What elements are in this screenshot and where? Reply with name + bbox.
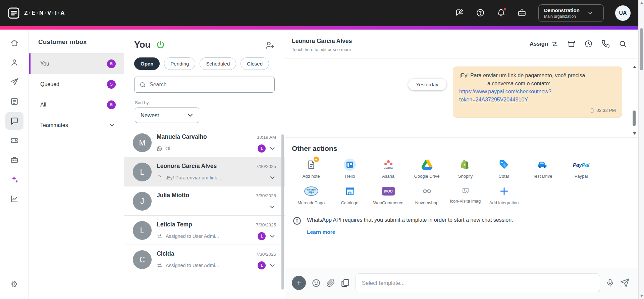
contact-avatar: M: [133, 133, 152, 152]
chevron-down-icon[interactable]: [269, 203, 276, 211]
sidebar-item-toolbox[interactable]: [5, 151, 23, 169]
microphone-icon[interactable]: [606, 279, 614, 287]
sidebar-item-home[interactable]: [5, 34, 23, 52]
filter-open[interactable]: Open: [134, 57, 160, 70]
sidebar-item-tickets[interactable]: [5, 132, 23, 149]
chat-header[interactable]: Leonora Garcia Alves Touch here to edit …: [285, 30, 638, 58]
action-paypal[interactable]: PayPal Paypal: [562, 158, 600, 179]
transfer-icon: [157, 262, 163, 268]
inbox-item-label: All: [40, 102, 46, 108]
action-asana[interactable]: asana Asana: [369, 158, 408, 179]
action-trello[interactable]: Trello: [330, 158, 369, 179]
filter-closed[interactable]: Closed: [240, 57, 269, 70]
sidebar-item-reports[interactable]: [5, 93, 23, 110]
phone-icon[interactable]: [601, 40, 610, 48]
chevron-down-icon[interactable]: [269, 262, 276, 269]
action-mercadopago[interactable]: mercado pago MercadoPago: [292, 184, 330, 206]
send-icon[interactable]: [620, 278, 630, 288]
trello-icon: [344, 158, 356, 171]
chat-scrollbar-thumb[interactable]: [633, 111, 636, 126]
chevron-down-icon[interactable]: [269, 174, 276, 181]
day-divider: Yesterday: [408, 79, 446, 90]
list-scrollbar-thumb[interactable]: [281, 134, 284, 290]
conversation-row[interactable]: J Julia Miotto 7/30/2025: [124, 186, 285, 215]
attachment-paperclip-icon[interactable]: [326, 279, 335, 287]
sidebar-item-analytics[interactable]: [5, 190, 23, 208]
scroll-up-arrow[interactable]: [640, 2, 643, 4]
workspace-briefcase-icon[interactable]: [518, 8, 527, 18]
conversation-row[interactable]: M Manuela Carvalho 10:19 AM Oi 1: [124, 128, 285, 157]
filter-pending[interactable]: Pending: [164, 57, 195, 70]
online-status-power-icon[interactable]: [156, 40, 165, 49]
search-icon[interactable]: [619, 40, 627, 48]
emoji-icon[interactable]: [312, 279, 321, 288]
search-input[interactable]: [150, 82, 270, 88]
help-icon[interactable]: [476, 8, 485, 18]
add-teammate-icon[interactable]: [265, 40, 275, 50]
action-test-drive[interactable]: Test Drive: [523, 158, 562, 179]
composer-add-button[interactable]: +: [292, 276, 306, 290]
action-add-integration[interactable]: Add integration: [485, 184, 523, 206]
action-woocommerce[interactable]: WOO WooCommerce: [369, 184, 408, 206]
inbox-item-you[interactable]: You 5: [29, 53, 124, 74]
filter-scheduled[interactable]: Scheduled: [200, 57, 236, 70]
conversation-time: 7/30/2025: [256, 193, 276, 198]
page-scrollbar[interactable]: [638, 0, 644, 299]
sidebar-item-campaigns[interactable]: [5, 73, 23, 91]
message-text-line2: a conversa com o contato:: [459, 80, 616, 88]
archive-icon[interactable]: [567, 40, 576, 48]
scroll-up-arrow[interactable]: [633, 66, 636, 68]
assign-button[interactable]: Assign: [530, 40, 558, 48]
learn-more-link[interactable]: Learn more: [307, 228, 335, 236]
sidebar-item-contacts[interactable]: [5, 54, 23, 71]
action-nuvemshop[interactable]: Nuvemshop: [408, 184, 446, 206]
action-shopify[interactable]: S Shopify: [446, 158, 485, 179]
conversation-list-panel: You Open Pending Scheduled Closed Sort b…: [124, 30, 285, 299]
template-select-input[interactable]: [356, 273, 600, 292]
action-add-note[interactable]: + Add note: [292, 158, 330, 179]
sort-dropdown[interactable]: Newest: [135, 108, 199, 123]
message-composer: +: [285, 268, 638, 299]
conversation-row[interactable]: L Leonora Garcia Alves 7/30/2025 ¡Ey! Pa…: [124, 157, 285, 186]
action-label: Asana: [382, 174, 394, 179]
action-catalogo[interactable]: Catalogo: [330, 184, 369, 206]
transfer-icon: [157, 233, 163, 239]
template-icon[interactable]: [341, 279, 350, 288]
history-clock-icon[interactable]: [584, 40, 593, 48]
sidebar-item-chats[interactable]: [5, 112, 23, 130]
action-label: Catalogo: [341, 200, 358, 206]
action-cotar[interactable]: $ Cotar: [485, 158, 523, 179]
action-google-drive[interactable]: Google Drive: [408, 158, 446, 179]
user-avatar[interactable]: UA: [615, 5, 631, 21]
inbox-item-queued[interactable]: Queued 5: [29, 74, 124, 94]
sidebar-item-ai[interactable]: [5, 171, 23, 188]
scroll-down-arrow[interactable]: [640, 295, 643, 297]
status-filter-tabs: Open Pending Scheduled Closed: [124, 55, 285, 77]
action-label: Paypal: [575, 174, 588, 179]
inbox-item-teammates[interactable]: Teammates: [29, 115, 124, 135]
notifications-bell-icon[interactable]: [497, 8, 506, 18]
chevron-down-icon[interactable]: [269, 232, 276, 240]
action-label: MercadoPago: [298, 200, 325, 206]
conversation-row[interactable]: L Letícia Temp 7/30/2025 Assigned to Use…: [124, 215, 285, 245]
contact-avatar: L: [133, 221, 152, 240]
action-visita[interactable]: icon-Visita imag: [446, 184, 485, 206]
svg-text:$: $: [503, 163, 505, 167]
google-drive-icon: [421, 158, 433, 171]
unread-count-badge: 1: [258, 261, 266, 269]
message-history[interactable]: ¡Ey! Para enviar um link de pagamento, v…: [285, 58, 638, 138]
page-scrollbar-thumb[interactable]: [640, 28, 643, 70]
inbox-item-label: Queued: [40, 81, 59, 87]
chat-scrollbar[interactable]: [632, 58, 636, 137]
payment-link[interactable]: https://www.paypal.com/checkoutnow? toke…: [459, 88, 616, 104]
woocommerce-icon: WOO: [382, 184, 395, 198]
unread-count-badge: 5: [107, 100, 116, 109]
scroll-down-arrow[interactable]: [633, 132, 636, 135]
inbox-item-all[interactable]: All 5: [29, 94, 124, 115]
chevron-down-icon[interactable]: [269, 145, 276, 152]
conversation-row[interactable]: C Cicida 7/30/2025 Assigned to User Admi…: [124, 245, 285, 274]
organization-switcher[interactable]: Demonstration Main organization: [538, 4, 604, 22]
transfer-icon: [551, 40, 558, 48]
sidebar-item-settings[interactable]: ⚙: [5, 275, 23, 293]
new-conversation-icon[interactable]: [455, 8, 465, 18]
